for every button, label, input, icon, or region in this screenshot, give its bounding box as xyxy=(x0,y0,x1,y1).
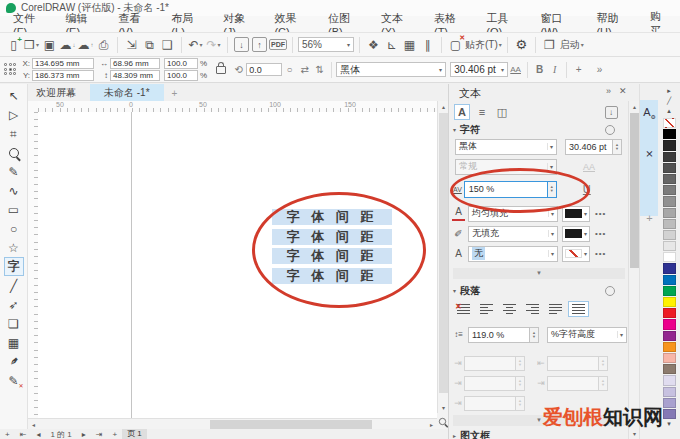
outline-color-swatch-combo[interactable]: ▾ xyxy=(562,246,590,262)
new-document-tab-button[interactable]: + xyxy=(164,86,186,101)
palette-flyout-icon[interactable]: ▸ xyxy=(667,86,671,96)
space-before-field[interactable] xyxy=(464,356,516,371)
freehand-tool[interactable]: ✎ xyxy=(4,162,24,181)
caps-button[interactable]: AA xyxy=(508,62,523,78)
spacing-unit-combo[interactable]: %字符高度▾ xyxy=(547,327,627,343)
vertical-scroll-thumb[interactable] xyxy=(439,113,448,393)
palette-eyedropper-icon[interactable]: ╱ xyxy=(667,96,671,106)
canvas-text-row-2[interactable]: 字 体 间 距 xyxy=(272,248,392,264)
swatch-red[interactable] xyxy=(663,308,676,318)
underline-button[interactable]: U xyxy=(583,183,591,195)
swatch-gray-90[interactable] xyxy=(663,140,676,150)
outline-settings-button[interactable]: ••• xyxy=(595,249,606,258)
character-expander-button[interactable]: ▼ xyxy=(453,268,625,279)
swatch-lavender-light[interactable] xyxy=(663,375,676,385)
tab-untitled-document[interactable]: 未命名 -1* xyxy=(90,84,164,101)
collapse-frame-icon[interactable]: ▸ xyxy=(453,432,456,439)
launch-button[interactable]: 启动▾ xyxy=(559,36,585,54)
ellipse-tool[interactable]: ○ xyxy=(4,219,24,238)
add-page-button-left[interactable]: + xyxy=(0,430,15,439)
add-property-button[interactable]: + xyxy=(571,62,586,78)
paragraph-properties-button[interactable]: ≡ xyxy=(474,104,490,120)
previous-page-button[interactable]: ◂ xyxy=(31,430,45,439)
paste-button[interactable]: ❑ xyxy=(159,36,176,54)
new-document-button[interactable]: ▯+ xyxy=(5,36,22,54)
swatch-orange[interactable] xyxy=(663,342,676,352)
char-spacing-field[interactable]: 150 % xyxy=(464,181,548,198)
swatch-magenta[interactable] xyxy=(663,319,676,329)
char-spacing-spinner[interactable]: ▲▼ xyxy=(548,181,557,198)
swatch-blue[interactable] xyxy=(663,275,676,285)
swatch-navy[interactable] xyxy=(663,263,676,273)
rotation-angle-field[interactable]: 0.0 xyxy=(246,63,282,76)
swatch-white[interactable] xyxy=(663,252,676,262)
line-spacing-spinner[interactable]: ▲▼ xyxy=(530,327,539,343)
first-page-button[interactable]: ⇤ xyxy=(15,430,32,439)
text-tool[interactable]: 字 xyxy=(4,257,24,276)
paragraph-options-icon[interactable] xyxy=(605,286,615,296)
align-left-button[interactable] xyxy=(476,301,497,317)
swatch-gray-70[interactable] xyxy=(663,163,676,173)
zoom-tool[interactable] xyxy=(4,143,24,162)
palette-scroll-up-icon[interactable]: ▴ xyxy=(667,106,671,116)
pen-tool[interactable]: ➶ xyxy=(4,295,24,314)
canvas-text-row-1[interactable]: 字 体 间 距 xyxy=(272,229,392,245)
docker-scroll-thumb[interactable] xyxy=(630,113,639,268)
collapse-paragraph-icon[interactable]: ▾ xyxy=(453,287,456,294)
save-button[interactable]: ▣ xyxy=(41,36,58,54)
character-properties-button[interactable]: A xyxy=(454,104,470,120)
shape-tool[interactable]: ▷ xyxy=(4,105,24,124)
swatch-gray-20[interactable] xyxy=(663,219,676,229)
overflow-button[interactable]: » xyxy=(592,62,607,78)
fullscreen-button[interactable]: ❖ xyxy=(365,36,382,54)
line-spacing-field[interactable]: 119.0 % xyxy=(468,327,530,343)
character-options-icon[interactable] xyxy=(605,125,615,135)
bezier-tool[interactable]: ∿ xyxy=(4,181,24,200)
redo-button[interactable]: ↷▾ xyxy=(205,36,222,54)
cloud-download-button[interactable]: ☁↓ xyxy=(59,36,76,54)
background-fill-combo[interactable]: 无填充▾ xyxy=(468,226,558,242)
snap-to-button[interactable]: 贴齐(T)▾ xyxy=(465,36,502,54)
import-file-button[interactable]: ↓ xyxy=(233,36,250,54)
add-page-button-right[interactable]: + xyxy=(107,430,122,439)
swatch-brown[interactable] xyxy=(663,364,676,374)
rectangle-tool[interactable]: ▭ xyxy=(4,200,24,219)
import-button[interactable]: ⇲ xyxy=(123,36,140,54)
object-origin-grid-icon[interactable] xyxy=(4,63,17,76)
align-force-justify-button[interactable] xyxy=(568,301,589,317)
docker-close-icon[interactable]: ✕ xyxy=(619,86,627,96)
export-file-button[interactable]: ↑ xyxy=(251,36,268,54)
polygon-tool[interactable]: ☆ xyxy=(4,238,24,257)
font-size-combo[interactable]: 30.406 pt▾ xyxy=(450,62,508,77)
show-guidelines-button[interactable]: ∥ xyxy=(419,36,436,54)
next-page-button[interactable]: ▸ xyxy=(77,430,91,439)
page-1-tab[interactable]: 页 1 xyxy=(122,429,147,439)
font-family-combo[interactable]: 黑体▾ xyxy=(336,62,446,77)
docker-font-size-field[interactable]: 30.406 pt xyxy=(565,139,613,155)
fill-color-swatch-combo[interactable]: ▾ xyxy=(562,206,590,222)
copy-button[interactable]: ⧉ xyxy=(141,36,158,54)
swatch-purple[interactable] xyxy=(663,331,676,341)
no-color-swatch[interactable] xyxy=(663,118,676,128)
swatch-gray-80[interactable] xyxy=(663,152,676,162)
line-tool[interactable]: ╱ xyxy=(4,276,24,295)
swatch-gray-5[interactable] xyxy=(663,241,676,251)
options-gear-button[interactable]: ⚙ xyxy=(513,36,530,54)
docker-float-icon[interactable]: » xyxy=(606,86,611,96)
swatch-black[interactable] xyxy=(663,129,676,139)
swatch-green[interactable] xyxy=(663,286,676,296)
import-styles-icon[interactable]: ↓ xyxy=(603,104,619,120)
docker-caps-button[interactable]: AA xyxy=(583,162,595,172)
swatch-slate-purple[interactable] xyxy=(663,409,676,419)
indent-left-field[interactable] xyxy=(547,356,599,371)
tab-welcome-screen[interactable]: 欢迎屏幕 xyxy=(22,84,90,101)
undo-button[interactable]: ↶▾ xyxy=(187,36,204,54)
cloud-upload-button[interactable]: ☁↑ xyxy=(77,36,94,54)
launch-window-icon[interactable]: ❐ xyxy=(541,36,558,54)
first-line-indent-field[interactable] xyxy=(464,396,516,411)
pick-tool[interactable]: ↖ xyxy=(4,86,24,105)
text-properties-docker-tab[interactable]: A⚙ ⨯ xyxy=(640,100,659,216)
drawing-canvas[interactable]: 字 体 间 距字 体 间 距字 体 间 距字 体 间 距 xyxy=(38,112,437,418)
print-button[interactable]: ⎙ xyxy=(95,36,112,54)
indent-right-field[interactable] xyxy=(547,376,599,391)
